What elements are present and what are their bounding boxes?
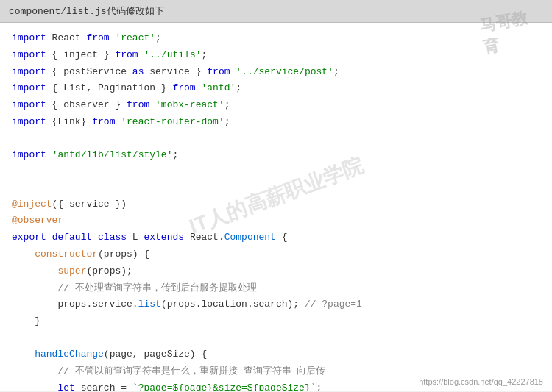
code-line-20: handleChange(page, pageSize) { (0, 346, 552, 363)
code-line-7 (0, 131, 552, 147)
header-bar: component/list.js代码修改如下 (0, 0, 552, 23)
code-line-17: props.service.list(props.location.search… (0, 296, 552, 313)
code-line-16: // 不处理查询字符串，传到后台服务提取处理 (0, 280, 552, 297)
code-line-14: constructor(props) { (0, 246, 552, 263)
code-line-6: import {Link} from 'react-router-dom'; (0, 114, 552, 131)
code-line-2: import { inject } from '../utils'; (0, 47, 552, 64)
code-line-3: import { postService as service } from '… (0, 64, 552, 81)
code-line-12: @observer (0, 213, 552, 229)
header-title: component/list.js代码修改如下 (9, 4, 164, 18)
code-line-5: import { observer } from 'mobx-react'; (0, 97, 552, 114)
code-line-1: import React from 'react'; (0, 30, 552, 47)
code-line-8: import 'antd/lib/list/style'; (0, 147, 552, 164)
code-line-4: import { List, Pagination } from 'antd'; (0, 80, 552, 97)
code-line-18: } (0, 313, 552, 330)
code-line-11: @inject({ service }) (0, 196, 552, 213)
code-line-13: export default class L extends React.Com… (0, 229, 552, 246)
footer-url: https://blog.csdn.net/qq_42227818 (419, 377, 543, 386)
code-area: import React from 'react'; import { inje… (0, 23, 552, 391)
code-line-9 (0, 164, 552, 180)
code-line-10 (0, 180, 552, 196)
code-line-19 (0, 330, 552, 346)
code-line-15: super(props); (0, 263, 552, 280)
